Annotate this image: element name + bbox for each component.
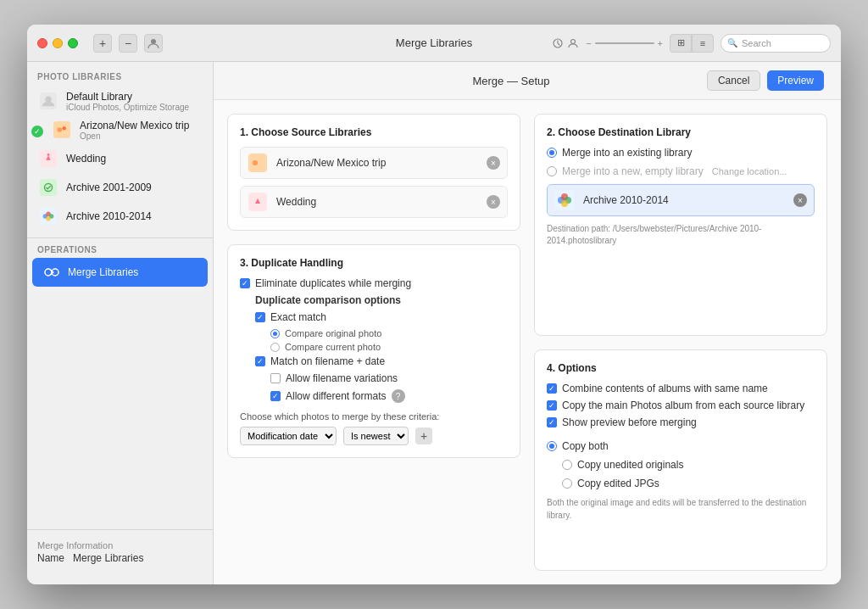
source-wedding-icon — [248, 192, 268, 212]
match-filename-checkbox[interactable] — [255, 356, 265, 366]
sidebar-item-merge-libraries[interactable]: Merge Libraries — [32, 258, 208, 287]
source-item-wedding: Wedding × — [240, 186, 508, 218]
default-library-info: Default Library iCloud Photos, Optimize … — [66, 91, 203, 112]
exact-match-label: Exact match — [270, 311, 326, 323]
merge-body: 1. Choose Source Libraries Arizona/New M… — [214, 100, 841, 584]
merge-existing-row: Merge into an existing library — [547, 147, 815, 159]
maximize-button[interactable] — [68, 38, 78, 48]
account-button[interactable] — [144, 34, 163, 53]
cancel-button[interactable]: Cancel — [707, 70, 760, 91]
remove-arizona-button[interactable]: × — [487, 156, 500, 170]
panel-right: 2. Choose Destination Library Merge into… — [534, 114, 827, 571]
svg-point-6 — [58, 127, 62, 131]
allow-formats-checkbox[interactable] — [270, 391, 281, 401]
main-content: Photo Libraries Default Library iCloud P… — [27, 62, 841, 584]
merge-new-label: Merge into a new, empty library — [562, 165, 704, 177]
merge-subtitle: Merge — Setup — [315, 75, 707, 87]
archive-2001-icon — [37, 176, 59, 198]
copy-unedited-label: Copy unedited originals — [577, 459, 683, 471]
search-box[interactable]: 🔍 Search — [721, 34, 831, 53]
dest-library-name: Archive 2010-2014 — [583, 194, 785, 206]
main-panel: Merge — Setup Cancel Preview 1. Choose S… — [214, 62, 841, 584]
merge-info-name: Name Merge Libraries — [37, 552, 203, 564]
show-preview-label: Show preview before merging — [562, 416, 697, 428]
eliminate-duplicates-checkbox[interactable] — [240, 278, 250, 288]
close-button[interactable] — [37, 38, 47, 48]
add-button[interactable]: + — [93, 34, 112, 53]
compare-current-radio[interactable] — [270, 343, 280, 352]
default-library-name: Default Library — [66, 91, 203, 103]
default-library-icon — [37, 90, 59, 112]
compare-original-radio[interactable] — [270, 329, 280, 338]
compare-sub-options: Compare original photo Compare current p… — [270, 328, 508, 352]
source-arizona-icon — [248, 153, 268, 173]
zoom-slider[interactable] — [595, 42, 654, 44]
remove-wedding-button[interactable]: × — [487, 195, 500, 209]
modification-date-select[interactable]: Modification date — [240, 427, 337, 445]
preview-button[interactable]: Preview — [767, 70, 824, 91]
ops-section-label: Operations — [27, 245, 213, 254]
wedding-library-name: Wedding — [66, 153, 203, 165]
compare-current-row: Compare current photo — [270, 342, 508, 352]
destination-section: 2. Choose Destination Library Merge into… — [534, 114, 827, 336]
copy-main-album-checkbox[interactable] — [547, 400, 557, 411]
sidebar-item-archive-2010[interactable]: Archive 2010-2014 — [27, 202, 213, 231]
name-prefix: Name — [37, 552, 64, 564]
combine-albums-checkbox[interactable] — [547, 383, 557, 394]
combine-albums-label: Combine contents of albums with same nam… — [562, 383, 768, 394]
combine-albums-row: Combine contents of albums with same nam… — [547, 383, 815, 394]
match-filename-row: Match on filename + date — [255, 355, 508, 367]
archive-2010-icon — [37, 205, 59, 227]
help-button[interactable]: ? — [392, 389, 405, 403]
exact-match-checkbox[interactable] — [255, 312, 265, 322]
eliminate-duplicates-label: Eliminate duplicates while merging — [255, 277, 411, 289]
criteria-section: Choose which photos to merge by these cr… — [240, 411, 508, 445]
sidebar-bottom: Merge Information Name Merge Libraries — [27, 529, 213, 574]
archive-2001-name: Archive 2001-2009 — [66, 182, 203, 193]
remove-dest-button[interactable]: × — [793, 193, 807, 207]
list-view-button[interactable]: ≡ — [692, 34, 714, 53]
merge-new-radio[interactable] — [547, 166, 557, 176]
minus-button[interactable]: − — [119, 34, 137, 53]
criteria-row: Modification date Is newest + — [240, 427, 508, 445]
search-placeholder: Search — [742, 38, 771, 48]
sidebar-item-archive-2001[interactable]: Archive 2001-2009 — [27, 173, 213, 202]
search-icon: 🔍 — [727, 38, 737, 47]
duplicate-section: 3. Duplicate Handling Eliminate duplicat… — [227, 244, 520, 458]
zoom-control: − + — [586, 38, 663, 48]
copy-both-radio[interactable] — [547, 441, 557, 451]
panel-left: 1. Choose Source Libraries Arizona/New M… — [227, 114, 520, 571]
merge-existing-radio[interactable] — [547, 148, 557, 158]
svg-point-0 — [151, 39, 156, 44]
eliminate-duplicates-row: Eliminate duplicates while merging — [240, 277, 508, 289]
copy-edited-radio[interactable] — [562, 478, 572, 489]
arizona-library-sub: Open — [80, 131, 203, 141]
merge-info-label: Merge Information — [37, 540, 203, 550]
section3-title: 3. Duplicate Handling — [240, 257, 508, 269]
copy-unedited-radio[interactable] — [562, 460, 572, 470]
toolbar-actions: + − — [93, 34, 163, 53]
copy-options: Copy unedited originals Copy edited JPGs — [562, 459, 815, 489]
minimize-button[interactable] — [53, 38, 63, 48]
allow-formats-row: Allow different formats ? — [270, 389, 508, 403]
is-newest-select[interactable]: Is newest — [343, 427, 409, 445]
wedding-library-icon — [37, 148, 59, 170]
arizona-library-icon — [51, 119, 73, 141]
active-check-icon: ✓ — [31, 126, 43, 137]
svg-point-26 — [561, 200, 568, 207]
show-preview-checkbox[interactable] — [547, 417, 557, 427]
options-section: 4. Options Combine contents of albums wi… — [534, 349, 827, 572]
sidebar-item-wedding[interactable]: Wedding — [27, 144, 213, 173]
comparison-title-row: Duplicate comparison options — [255, 294, 508, 306]
dest-library-icon — [554, 190, 575, 210]
add-criteria-button[interactable]: + — [415, 427, 432, 444]
titlebar-right: − + ⊞ ≡ 🔍 Search — [552, 34, 831, 53]
copy-main-album-row: Copy the main Photos album from each sou… — [547, 399, 815, 411]
sidebar-item-default-library[interactable]: Default Library iCloud Photos, Optimize … — [27, 87, 213, 115]
allow-variations-checkbox[interactable] — [270, 373, 281, 383]
grid-view-button[interactable]: ⊞ — [670, 34, 692, 53]
filename-sub-options: Allow filename variations Allow differen… — [270, 372, 508, 403]
change-location-button[interactable]: Change location... — [712, 166, 787, 176]
allow-variations-label: Allow filename variations — [286, 372, 398, 384]
sidebar-item-arizona[interactable]: ✓ Arizona/New Mexico trip Open — [27, 115, 213, 144]
